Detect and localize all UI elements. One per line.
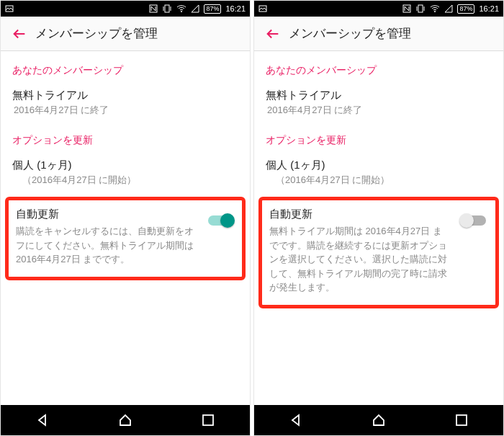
- section-header-membership: あなたのメンバーシップ: [1, 54, 250, 83]
- signal-icon: [444, 4, 453, 13]
- row-plan[interactable]: 個人 (1ヶ月) （2016年4月27日 に開始）: [254, 153, 503, 194]
- wifi-icon: [430, 4, 440, 13]
- back-button[interactable]: [260, 21, 286, 47]
- nav-bar: [1, 405, 250, 435]
- trial-subtitle: 2016年4月27日 に終了: [266, 104, 492, 117]
- page-title: メンバーシップを管理: [289, 25, 411, 42]
- trial-title: 無料トライアル: [266, 89, 492, 102]
- trial-subtitle: 2016年4月27日 に終了: [12, 104, 238, 117]
- svg-point-3: [181, 11, 182, 12]
- svg-rect-2: [165, 5, 169, 12]
- svg-rect-7: [418, 5, 423, 12]
- trial-title: 無料トライアル: [12, 89, 238, 102]
- plan-title: 個人 (1ヶ月): [12, 159, 238, 172]
- battery-level: 87%: [457, 4, 474, 14]
- section-header-options: オプションを更新: [1, 124, 250, 153]
- auto-renew-box: 自動更新 無料トライアル期間は 2016年4月27日 までです。購読を継続するに…: [258, 197, 499, 308]
- section-header-membership: あなたのメンバーシップ: [254, 54, 503, 83]
- auto-renew-description: 購読をキャンセルするには、自動更新をオフにしてください。無料トライアル期間は 2…: [16, 224, 235, 267]
- svg-rect-4: [203, 415, 213, 425]
- row-trial: 無料トライアル 2016年4月27日 に終了: [1, 83, 250, 124]
- nav-bar: [254, 405, 503, 435]
- nfc-icon: [149, 4, 158, 13]
- auto-renew-box: 自動更新 購読をキャンセルするには、自動更新をオフにしてください。無料トライアル…: [5, 197, 246, 280]
- clock: 16:21: [225, 4, 246, 13]
- row-trial: 無料トライアル 2016年4月27日 に終了: [254, 83, 503, 124]
- battery-level: 87%: [204, 4, 221, 14]
- content-area: あなたのメンバーシップ 無料トライアル 2016年4月27日 に終了 オプション…: [1, 51, 250, 405]
- vibrate-icon: [415, 4, 426, 13]
- auto-renew-toggle[interactable]: [459, 213, 488, 228]
- wifi-icon: [176, 4, 186, 13]
- row-plan[interactable]: 個人 (1ヶ月) （2016年4月27日 に開始）: [1, 153, 250, 194]
- plan-subtitle: （2016年4月27日 に開始）: [12, 174, 238, 187]
- nav-home-button[interactable]: [104, 407, 147, 433]
- nav-back-button[interactable]: [274, 407, 318, 433]
- auto-renew-title: 自動更新: [269, 208, 488, 221]
- screenshot-right: 87% 16:21 メンバーシップを管理 あなたのメンバーシップ 無料トライアル…: [253, 0, 504, 436]
- toggle-thumb: [220, 213, 235, 228]
- auto-renew-title: 自動更新: [16, 208, 235, 221]
- nav-back-button[interactable]: [21, 407, 64, 433]
- picture-icon: [258, 4, 267, 13]
- plan-subtitle: （2016年4月27日 に開始）: [266, 174, 492, 187]
- app-bar: メンバーシップを管理: [1, 17, 250, 51]
- section-header-options: オプションを更新: [254, 124, 503, 153]
- vibrate-icon: [162, 4, 172, 13]
- nfc-icon: [402, 4, 411, 13]
- svg-rect-9: [456, 415, 467, 425]
- back-button[interactable]: [6, 21, 32, 47]
- page-title: メンバーシップを管理: [35, 25, 158, 42]
- status-bar: 87% 16:21: [254, 1, 503, 17]
- toggle-thumb: [459, 213, 474, 228]
- clock: 16:21: [479, 4, 499, 13]
- svg-point-8: [434, 11, 436, 12]
- auto-renew-toggle[interactable]: [206, 213, 235, 228]
- nav-recent-button[interactable]: [186, 407, 230, 433]
- picture-icon: [5, 4, 14, 13]
- screenshot-left: 87% 16:21 メンバーシップを管理 あなたのメンバーシップ 無料トライアル…: [0, 0, 251, 436]
- auto-renew-description: 無料トライアル期間は 2016年4月27日 までです。購読を継続するには更新オプ…: [269, 224, 488, 295]
- content-area: あなたのメンバーシップ 無料トライアル 2016年4月27日 に終了 オプション…: [254, 51, 503, 405]
- app-bar: メンバーシップを管理: [254, 17, 503, 51]
- signal-icon: [191, 4, 199, 13]
- status-bar: 87% 16:21: [1, 1, 250, 17]
- plan-title: 個人 (1ヶ月): [266, 159, 492, 172]
- nav-recent-button[interactable]: [440, 407, 483, 433]
- nav-home-button[interactable]: [357, 407, 400, 433]
